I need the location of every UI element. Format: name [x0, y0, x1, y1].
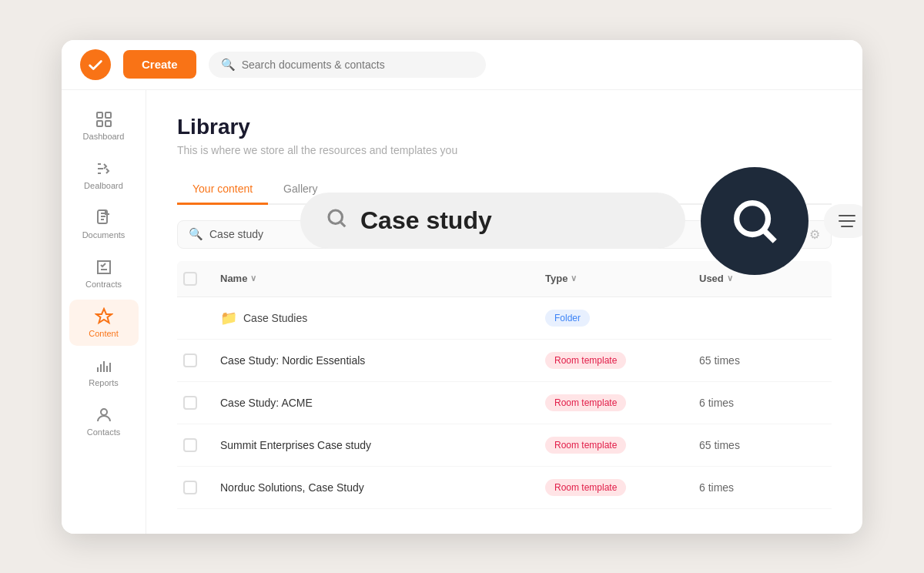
logo — [80, 49, 111, 80]
svg-rect-0 — [97, 112, 102, 118]
row-type-cell: Folder — [539, 300, 693, 336]
svg-rect-2 — [97, 121, 102, 126]
row-name-cell: Case Study: Nordic Essentials — [214, 345, 539, 376]
th-name[interactable]: Name ∨ — [214, 267, 539, 290]
row-type-cell: Room template — [539, 385, 693, 421]
contracts-icon — [95, 258, 113, 276]
th-used[interactable]: Used ∨ — [693, 267, 832, 290]
svg-point-5 — [101, 409, 107, 415]
sidebar-item-contacts[interactable]: Contacts — [69, 398, 139, 444]
filter-options-icon[interactable]: ⚙ — [809, 227, 820, 242]
row-type-cell: Room template — [539, 427, 693, 463]
sidebar-label-content: Content — [89, 329, 119, 338]
dealboard-icon — [95, 159, 113, 178]
page-subtitle: This is where we store all the resources… — [177, 144, 832, 156]
row-used-cell: 65 times — [693, 430, 832, 461]
tabs: Your content Gallery — [177, 175, 832, 205]
used-sort-arrow: ∨ — [727, 273, 733, 283]
row-used-cell: 6 times — [693, 472, 832, 503]
row-checkbox[interactable] — [183, 396, 197, 410]
table-row[interactable]: Norduc Solutions, Case Study Room templa… — [177, 467, 832, 509]
sidebar-label-contracts: Contracts — [85, 280, 122, 289]
table-header: Name ∨ Type ∨ Used ∨ — [177, 261, 832, 297]
documents-icon — [95, 209, 113, 227]
svg-rect-3 — [105, 121, 111, 126]
th-type[interactable]: Type ∨ — [539, 267, 693, 290]
sidebar-item-dashboard[interactable]: Dashboard — [69, 102, 139, 149]
content-icon — [95, 307, 113, 326]
reports-icon — [95, 357, 113, 375]
data-table: Name ∨ Type ∨ Used ∨ 📁 — [177, 261, 832, 509]
select-all-checkbox[interactable] — [183, 272, 197, 286]
row-checkbox[interactable] — [183, 438, 197, 452]
row-type-cell: Room template — [539, 470, 693, 505]
sidebar-item-reports[interactable]: Reports — [69, 349, 139, 395]
global-search-input[interactable] — [242, 59, 474, 71]
row-used-cell: 6 times — [693, 387, 832, 418]
row-used-cell — [693, 309, 832, 327]
global-search[interactable]: 🔍 — [209, 52, 486, 78]
table-row[interactable]: Case Study: Nordic Essentials Room templ… — [177, 340, 832, 382]
row-checkbox-cell — [177, 344, 214, 377]
sidebar-label-dashboard: Dashboard — [83, 132, 125, 141]
type-badge: Folder — [545, 310, 590, 327]
th-checkbox — [177, 267, 214, 290]
sidebar-label-contacts: Contacts — [87, 427, 120, 437]
create-button[interactable]: Create — [123, 50, 196, 79]
sidebar-item-documents[interactable]: Documents — [69, 201, 139, 247]
type-badge: Room template — [545, 352, 626, 369]
row-name-cell: Norduc Solutions, Case Study — [214, 472, 539, 503]
sidebar-item-dealboard[interactable]: Dealboard — [69, 152, 139, 198]
folder-icon: 📁 — [220, 310, 237, 327]
row-checkbox-cell — [177, 387, 214, 419]
filter-bar[interactable]: 🔍 ⚙ — [177, 220, 832, 249]
menu-line-1 — [839, 215, 855, 216]
row-name-cell: Summit Enterprises Case study — [214, 430, 539, 461]
menu-line-2 — [839, 220, 855, 222]
type-sort-arrow: ∨ — [571, 273, 577, 283]
row-used-cell: 65 times — [693, 345, 832, 376]
row-name-cell: 📁 Case Studies — [214, 300, 539, 336]
type-badge: Room template — [545, 394, 626, 411]
tab-gallery[interactable]: Gallery — [268, 175, 333, 205]
sidebar-label-documents: Documents — [82, 230, 126, 240]
page-title: Library — [177, 115, 832, 139]
type-badge: Room template — [545, 437, 626, 454]
row-checkbox-cell — [177, 429, 214, 461]
row-checkbox[interactable] — [183, 481, 197, 494]
sidebar-label-dealboard: Dealboard — [84, 181, 123, 190]
contacts-icon — [95, 406, 113, 424]
row-type-cell: Room template — [539, 343, 693, 378]
filter-search-icon: 🔍 — [189, 227, 203, 241]
sidebar-item-content[interactable]: Content — [69, 300, 139, 346]
table-row[interactable]: Case Study: ACME Room template 6 times — [177, 382, 832, 424]
sidebar-label-reports: Reports — [89, 378, 119, 387]
row-checkbox-cell — [177, 471, 214, 504]
name-sort-arrow: ∨ — [250, 273, 256, 283]
dashboard-icon — [95, 110, 113, 129]
sidebar: Dashboard Dealboard Documents — [62, 90, 146, 534]
topbar: Create 🔍 — [62, 40, 862, 90]
sidebar-item-contracts[interactable]: Contracts — [69, 250, 139, 297]
app-window: Create 🔍 Dashboard — [62, 40, 862, 534]
row-name-cell: Case Study: ACME — [214, 387, 539, 418]
main-layout: Dashboard Dealboard Documents — [62, 90, 862, 534]
tab-your-content[interactable]: Your content — [177, 175, 268, 205]
search-icon: 🔍 — [221, 58, 236, 72]
table-row[interactable]: Summit Enterprises Case study Room templ… — [177, 424, 832, 467]
row-checkbox-cell — [177, 309, 214, 327]
table-row[interactable]: 📁 Case Studies Folder — [177, 297, 832, 340]
menu-line-3 — [841, 226, 853, 227]
content-area: Library This is where we store all the r… — [146, 90, 862, 534]
row-checkbox[interactable] — [183, 354, 197, 367]
filter-input[interactable] — [209, 228, 803, 240]
svg-rect-1 — [105, 112, 111, 118]
type-badge: Room template — [545, 479, 626, 496]
